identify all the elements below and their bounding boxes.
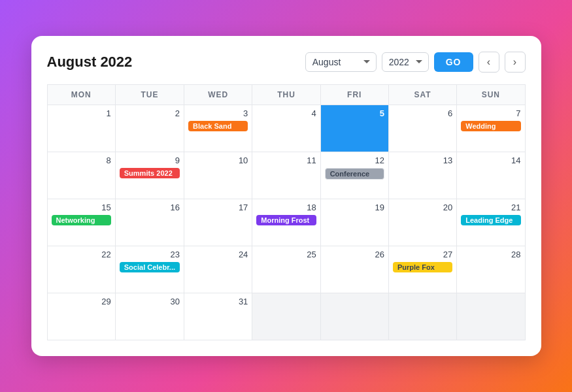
day-header-thu: THU (252, 85, 320, 105)
day-cell[interactable]: 19 (321, 199, 389, 246)
day-header-tue: TUE (116, 85, 184, 105)
day-number: 8 (52, 155, 111, 165)
day-number: 16 (120, 203, 180, 212)
day-number: 20 (393, 203, 452, 212)
day-number: 3 (188, 108, 248, 118)
day-cell[interactable]: 13 (389, 152, 457, 199)
day-cell[interactable]: 24 (184, 246, 252, 293)
day-header-sun: SUN (457, 85, 525, 105)
day-cell[interactable]: 17 (184, 199, 252, 246)
day-number: 13 (393, 155, 452, 165)
day-number: 6 (393, 108, 452, 118)
day-cell[interactable] (389, 293, 457, 340)
day-cell[interactable]: 29 (48, 293, 116, 340)
event-badge[interactable]: Conference (325, 168, 384, 180)
event-badge[interactable]: Purple Fox (393, 262, 452, 272)
day-cell[interactable]: 14 (457, 152, 525, 199)
day-number: 24 (188, 250, 248, 259)
day-cell[interactable]: 5 (321, 105, 389, 152)
day-cell[interactable]: 1 (48, 105, 116, 152)
day-cell[interactable]: 15Networking (48, 199, 116, 246)
day-number: 21 (461, 203, 520, 212)
event-badge[interactable]: Social Celebr... (120, 262, 180, 272)
day-cell[interactable]: 7Wedding (457, 105, 525, 152)
day-cell[interactable]: 25 (252, 246, 320, 293)
day-number: 14 (461, 155, 520, 165)
day-cell[interactable]: 6 (389, 105, 457, 152)
day-number: 27 (393, 250, 452, 259)
day-header-sat: SAT (389, 85, 457, 105)
calendar-grid: MONTUEWEDTHUFRISATSUN123Black Sand4567We… (47, 84, 526, 340)
day-cell[interactable]: 18Morning Frost (252, 199, 320, 246)
next-button[interactable]: › (505, 52, 526, 73)
prev-button[interactable]: ‹ (479, 52, 499, 73)
day-cell[interactable]: 11 (252, 152, 320, 199)
day-number: 19 (325, 203, 384, 212)
day-cell[interactable]: 8 (48, 152, 116, 199)
event-badge[interactable]: Networking (52, 215, 111, 225)
day-cell[interactable]: 30 (116, 293, 184, 340)
day-cell[interactable]: 31 (184, 293, 252, 340)
day-number: 25 (256, 250, 316, 259)
day-cell[interactable]: 12Conference (321, 152, 389, 199)
day-cell[interactable]: 21Leading Edge (457, 199, 525, 246)
header-controls: JanuaryFebruaryMarchAprilMayJuneJulyAugu… (305, 52, 526, 73)
day-number: 28 (461, 250, 520, 259)
day-number: 22 (52, 250, 111, 259)
day-number: 2 (120, 108, 180, 118)
day-number: 29 (52, 297, 111, 306)
day-cell[interactable]: 10 (184, 152, 252, 199)
day-cell[interactable]: 28 (457, 246, 525, 293)
calendar-container: August 2022 JanuaryFebruaryMarchAprilMay… (31, 36, 541, 356)
day-cell[interactable]: 16 (116, 199, 184, 246)
day-number: 26 (325, 250, 384, 259)
day-number: 10 (188, 155, 248, 165)
event-badge[interactable]: Morning Frost (256, 215, 316, 225)
event-badge[interactable]: Summits 2022 (120, 168, 180, 178)
day-number: 1 (52, 108, 111, 118)
year-select[interactable]: 20202021202220232024 (382, 52, 429, 72)
day-number: 7 (461, 108, 520, 118)
day-number: 17 (188, 203, 248, 212)
day-cell[interactable]: 26 (321, 246, 389, 293)
day-number: 9 (120, 155, 180, 165)
day-number: 12 (325, 155, 384, 165)
event-badge[interactable]: Leading Edge (461, 215, 520, 225)
month-select[interactable]: JanuaryFebruaryMarchAprilMayJuneJulyAugu… (305, 52, 377, 72)
day-number: 5 (325, 108, 384, 118)
calendar-header: August 2022 JanuaryFebruaryMarchAprilMay… (47, 52, 526, 73)
day-cell[interactable] (457, 293, 525, 340)
day-header-mon: MON (48, 85, 116, 105)
day-cell[interactable]: 20 (389, 199, 457, 246)
day-cell[interactable]: 23Social Celebr... (116, 246, 184, 293)
go-button[interactable]: GO (434, 52, 473, 72)
calendar-title: August 2022 (47, 54, 299, 71)
day-header-wed: WED (184, 85, 252, 105)
day-number: 18 (256, 203, 316, 212)
day-cell[interactable] (252, 293, 320, 340)
day-cell[interactable]: 4 (252, 105, 320, 152)
day-number: 11 (256, 155, 316, 165)
event-badge[interactable]: Black Sand (188, 121, 248, 131)
day-number: 15 (52, 203, 111, 212)
day-number: 23 (120, 250, 180, 259)
day-cell[interactable]: 22 (48, 246, 116, 293)
event-badge[interactable]: Wedding (461, 121, 520, 131)
day-number: 31 (188, 297, 248, 306)
day-header-fri: FRI (321, 85, 389, 105)
day-number: 30 (120, 297, 180, 306)
day-number: 4 (256, 108, 316, 118)
day-cell[interactable]: 3Black Sand (184, 105, 252, 152)
day-cell[interactable]: 2 (116, 105, 184, 152)
day-cell[interactable] (321, 293, 389, 340)
day-cell[interactable]: 9Summits 2022 (116, 152, 184, 199)
day-cell[interactable]: 27Purple Fox (389, 246, 457, 293)
